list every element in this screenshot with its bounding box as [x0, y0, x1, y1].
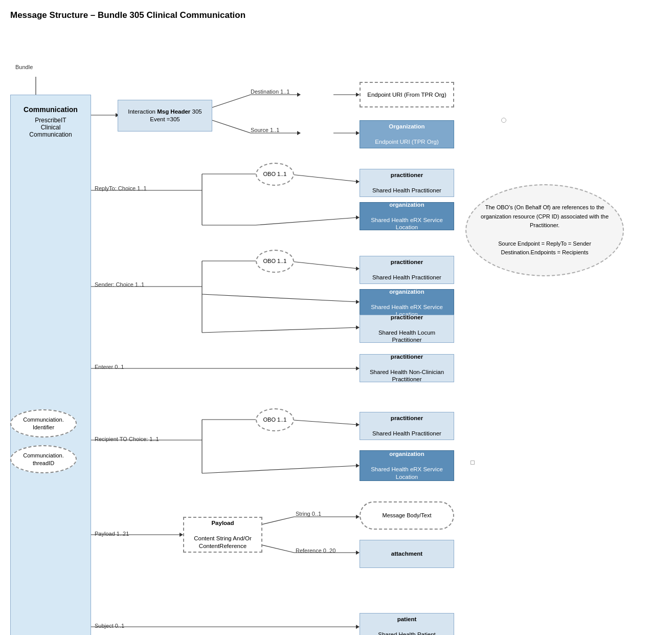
- svg-marker-42: [180, 533, 183, 537]
- svg-marker-28: [356, 300, 360, 304]
- svg-line-27: [202, 294, 358, 302]
- replyto-label: ReplyTo: Choice 1..1: [95, 185, 147, 191]
- org3-box: organizationShared Health eRX Service Lo…: [360, 450, 454, 481]
- message-body-box: Message Body/Text: [360, 501, 454, 530]
- svg-marker-6: [297, 93, 301, 97]
- sender-label: Sender: Choice 1..1: [95, 281, 144, 288]
- decorative-circle: [501, 118, 506, 123]
- obo1-ellipse: OBO 1..1: [256, 163, 294, 186]
- svg-marker-21: [356, 215, 360, 220]
- decorative-square: [471, 461, 475, 465]
- obo3-ellipse: OBO 1..1: [256, 408, 294, 431]
- practitioner4-box: practitionerShared Health Non-Clinician …: [360, 354, 454, 382]
- svg-marker-13: [356, 131, 360, 135]
- endpoint-uri-box: Endpoint URI (From TPR Org): [360, 82, 454, 107]
- practitioner5-box: practitionerShared Health Practitioner: [360, 412, 454, 440]
- practitioner2-box: practitionerShared Health Practitioner: [360, 256, 454, 284]
- attachment-box: attachment: [360, 540, 454, 568]
- svg-marker-38: [356, 423, 360, 427]
- svg-marker-40: [356, 464, 360, 468]
- comm-threadid-ellipse: Communciation.threadID: [10, 445, 77, 473]
- svg-line-29: [202, 327, 358, 333]
- msg-header-box: Interaction Msg Header 305Event =305: [118, 100, 212, 132]
- svg-marker-26: [356, 267, 360, 271]
- note-ellipse: The OBO's (On Behalf Of) are references …: [465, 184, 624, 276]
- svg-marker-51: [356, 625, 360, 629]
- svg-line-18: [286, 174, 358, 182]
- svg-marker-45: [356, 515, 360, 519]
- svg-line-37: [286, 420, 358, 425]
- svg-line-39: [202, 466, 358, 473]
- source-label: Source 1..1: [251, 127, 279, 133]
- subject-label: Subject 0..1: [95, 623, 124, 629]
- diagram: Bundle Data 1..1 Interaction Msg Header …: [10, 36, 655, 635]
- svg-marker-11: [356, 93, 360, 97]
- bundle-label: Bundle: [15, 64, 33, 70]
- recipient-label: Recipient TO Choice: 1..1: [95, 436, 159, 442]
- obo2-ellipse: OBO 1..1: [256, 250, 294, 273]
- comm-identifier-ellipse: Communciation.Identifier: [10, 409, 77, 437]
- svg-line-7: [212, 120, 251, 133]
- svg-marker-48: [356, 551, 360, 555]
- destination-label: Destination 1..1: [251, 89, 289, 95]
- org-endpoint-box: OrganizationEndpoint URI (TPR Org): [360, 120, 454, 148]
- svg-line-20: [256, 217, 358, 225]
- enterer-label: Enterer 0..1: [95, 364, 124, 370]
- svg-line-25: [286, 261, 358, 269]
- string-label: String 0..1: [296, 511, 321, 517]
- communication-box: Communication PrescribeIT Clinical Commu…: [10, 95, 91, 635]
- svg-marker-19: [356, 180, 360, 184]
- reference-label: Reference 0..20: [296, 548, 335, 554]
- svg-marker-33: [356, 366, 360, 370]
- payload-box: PayloadContent String And/Or ContentRefe…: [183, 517, 262, 553]
- svg-line-4: [212, 95, 251, 107]
- page-title: Message Structure – Bundle 305 Clinical …: [10, 10, 662, 20]
- practitioner1-box: practitionerShared Health Practitioner: [360, 169, 454, 197]
- svg-marker-30: [356, 325, 360, 330]
- patient-box: patientShared Health Patient: [360, 613, 454, 635]
- practitioner3-box: practitionerShared Health Locum Practiti…: [360, 315, 454, 343]
- payload-label: Payload 1..21: [95, 531, 129, 537]
- org1-box: organizationShared Health eRX Service Lo…: [360, 202, 454, 230]
- svg-marker-9: [297, 131, 301, 135]
